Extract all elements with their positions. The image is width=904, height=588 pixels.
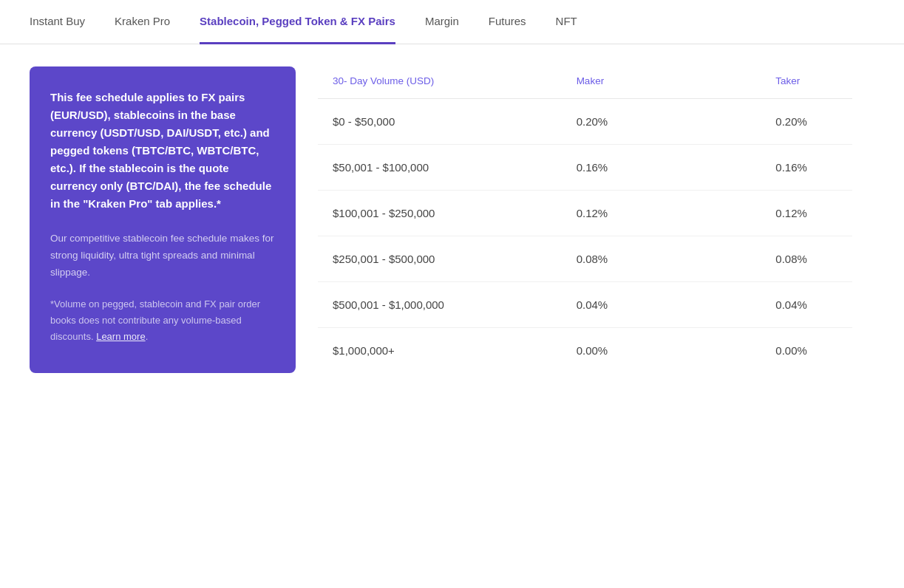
cell-volume-4: $500,001 - $1,000,000 [318,282,562,328]
footnote-text: *Volume on pegged, stablecoin and FX pai… [50,298,260,342]
footnote: *Volume on pegged, stablecoin and FX pai… [50,296,275,345]
content-area: This fee schedule applies to FX pairs (E… [0,44,904,395]
cell-maker-3: 0.08% [562,236,761,282]
table-row: $50,001 - $100,0000.16%0.16% [318,145,852,191]
cell-maker-0: 0.20% [562,99,761,145]
tab-instant-buy[interactable]: Instant Buy [30,0,85,44]
left-panel: This fee schedule applies to FX pairs (E… [30,66,296,373]
tab-margin[interactable]: Margin [425,0,459,44]
fee-table: 30- Day Volume (USD) Maker Taker $0 - $5… [318,66,852,373]
tab-stablecoin[interactable]: Stablecoin, Pegged Token & FX Pairs [200,0,395,44]
cell-volume-5: $1,000,000+ [318,328,562,374]
column-header-volume: 30- Day Volume (USD) [318,66,562,99]
column-header-taker: Taker [761,66,852,99]
cell-taker-2: 0.12% [761,191,852,236]
cell-maker-2: 0.12% [562,191,761,236]
cell-volume-2: $100,001 - $250,000 [318,191,562,236]
learn-more-link[interactable]: Learn more [96,331,145,342]
cell-volume-3: $250,001 - $500,000 [318,236,562,282]
table-row: $250,001 - $500,0000.08%0.08% [318,236,852,282]
cell-taker-3: 0.08% [761,236,852,282]
cell-taker-0: 0.20% [761,99,852,145]
table-header-row: 30- Day Volume (USD) Maker Taker [318,66,852,99]
tabs-nav: Instant BuyKraken ProStablecoin, Pegged … [0,0,904,44]
tab-nft[interactable]: NFT [556,0,577,44]
column-header-maker: Maker [562,66,761,99]
cell-taker-1: 0.16% [761,145,852,191]
table-row: $100,001 - $250,0000.12%0.12% [318,191,852,236]
table-row: $1,000,000+0.00%0.00% [318,328,852,374]
cell-volume-1: $50,001 - $100,000 [318,145,562,191]
cell-taker-4: 0.04% [761,282,852,328]
cell-taker-5: 0.00% [761,328,852,374]
secondary-description: Our competitive stablecoin fee schedule … [50,230,275,281]
table-row: $0 - $50,0000.20%0.20% [318,99,852,145]
cell-maker-1: 0.16% [562,145,761,191]
tab-futures[interactable]: Futures [489,0,526,44]
table-row: $500,001 - $1,000,0000.04%0.04% [318,282,852,328]
main-description: This fee schedule applies to FX pairs (E… [50,89,275,213]
cell-volume-0: $0 - $50,000 [318,99,562,145]
table-body: $0 - $50,0000.20%0.20%$50,001 - $100,000… [318,99,852,374]
cell-maker-4: 0.04% [562,282,761,328]
right-panel: 30- Day Volume (USD) Maker Taker $0 - $5… [296,66,874,373]
tab-kraken-pro[interactable]: Kraken Pro [115,0,170,44]
cell-maker-5: 0.00% [562,328,761,374]
